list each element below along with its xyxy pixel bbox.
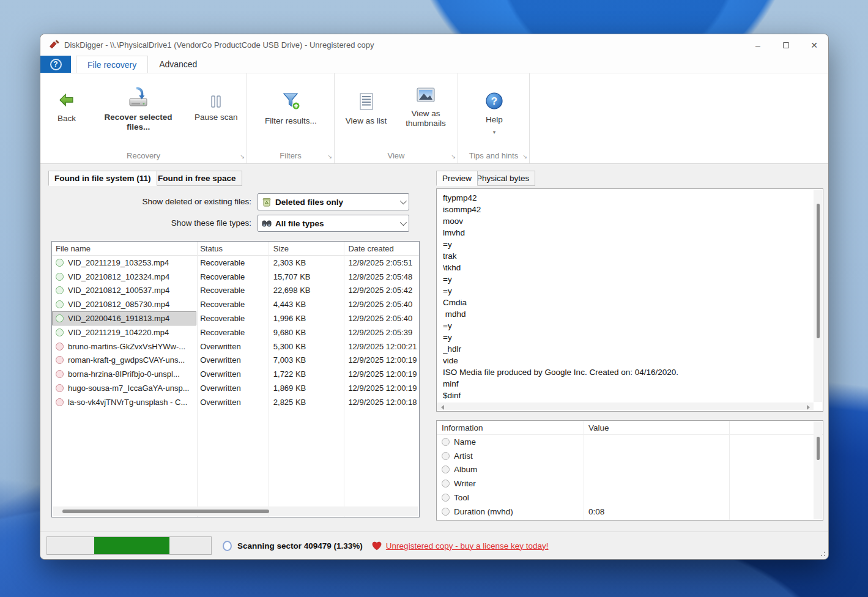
metadata-label-cell: Name: [437, 437, 584, 447]
file-name-cell[interactable]: VID_20210812_102324.mp4: [52, 270, 196, 284]
vscroll-thumb[interactable]: [817, 204, 820, 338]
file-status-icon: [56, 328, 64, 336]
preview-hscrollbar[interactable]: [437, 402, 814, 410]
table-row[interactable]: VID_20200416_191813.mp4Recoverable1,996 …: [52, 311, 419, 325]
help-button[interactable]: ? Help ▾: [467, 73, 522, 137]
file-status-icon: [56, 259, 64, 267]
table-row[interactable]: bruno-martins-GkZvxVsHYWw-...Overwritten…: [52, 339, 419, 354]
preview-vscrollbar[interactable]: [814, 190, 822, 402]
chevron-down-icon: [400, 198, 407, 204]
minimize-button[interactable]: –: [744, 35, 772, 56]
view-thumbs-label: View as thumbnails: [395, 109, 456, 128]
column-header-date[interactable]: Date created: [343, 244, 419, 253]
preview-line: =y: [443, 273, 804, 285]
table-row[interactable]: borna-hrzina-8IPrifbjo-0-unspl...Overwri…: [52, 367, 419, 381]
metadata-body: NameArtistAlbumWriterToolDuration (mvhd)…: [437, 435, 823, 519]
metadata-label-cell: Writer: [437, 479, 584, 488]
file-name-cell[interactable]: VID_20211219_104220.mp4: [52, 325, 196, 339]
close-button[interactable]: ✕: [800, 35, 828, 56]
tab-file-recovery[interactable]: File recovery: [76, 56, 148, 73]
file-size: 9,680 KB: [268, 325, 343, 339]
column-header-value[interactable]: Value: [584, 423, 729, 432]
vscroll-thumb[interactable]: [817, 437, 820, 460]
filter-results-button[interactable]: Filter results...: [253, 73, 329, 126]
column-header-information[interactable]: Information: [437, 423, 584, 432]
scroll-left-icon[interactable]: [441, 405, 444, 410]
file-name-cell[interactable]: VID_20211219_103253.mp4: [52, 256, 196, 270]
recover-label: Recover selected files...: [100, 113, 177, 132]
dialog-launcher-icon[interactable]: ↘: [451, 154, 456, 160]
file-name: VID_20211219_103253.mp4: [68, 258, 169, 267]
metadata-row[interactable]: Tool: [437, 491, 823, 505]
dialog-launcher-icon[interactable]: ↘: [522, 154, 527, 160]
hscroll-thumb[interactable]: [62, 510, 269, 513]
column-header-size[interactable]: Size: [268, 244, 343, 253]
recover-selected-files-button[interactable]: Recover selected files...: [100, 73, 177, 132]
metadata-row[interactable]: Name: [437, 435, 823, 449]
file-name-cell[interactable]: VID_20210812_100537.mp4: [52, 284, 196, 298]
table-row[interactable]: VID_20210812_100537.mp4Recoverable22,698…: [52, 284, 419, 298]
file-name: VID_20200416_191813.mp4: [68, 314, 169, 323]
preview-line: _hdlr: [443, 343, 804, 355]
file-name-cell[interactable]: hugo-sousa-m7_IccaGaYA-unsp...: [52, 381, 196, 395]
tab-found-in-free-space-label: Found in free space: [158, 174, 236, 183]
app-icon: [49, 40, 59, 50]
metadata-row[interactable]: Artist: [437, 449, 823, 463]
metadata-row[interactable]: Album: [437, 463, 823, 477]
tab-physical-bytes[interactable]: Physical bytes: [470, 171, 535, 186]
preview-line: Cmdia: [443, 297, 804, 308]
ribbon-help-button[interactable]: ?: [40, 56, 71, 73]
table-row[interactable]: VID_20211219_104220.mp4Recoverable9,680 …: [52, 325, 419, 339]
metadata-row[interactable]: Writer: [437, 476, 823, 491]
file-date: 12/9/2025 2:05:40: [343, 297, 419, 311]
view-as-thumbnails-button[interactable]: View as thumbnails: [395, 73, 456, 128]
status-bar: Scanning sector 409479 (1.33%) Unregiste…: [40, 532, 828, 559]
table-row[interactable]: la-so-vk4vjTNVrTg-unsplash - C...Overwri…: [52, 395, 419, 409]
file-name-cell[interactable]: VID_20200416_191813.mp4: [52, 311, 196, 325]
table-row[interactable]: VID_20210812_085730.mp4Recoverable4,443 …: [52, 297, 419, 311]
file-size: 22,698 KB: [268, 284, 343, 298]
column-header-file-name[interactable]: File name: [52, 244, 196, 253]
deleted-files-select[interactable]: Deleted files only: [258, 193, 409, 210]
tab-preview-label: Preview: [442, 174, 472, 183]
preview-line: =y: [443, 239, 804, 250]
metadata-vscrollbar[interactable]: [814, 421, 822, 519]
file-table-header: File name Status Size Date created: [52, 242, 419, 256]
tab-file-recovery-label: File recovery: [87, 60, 136, 70]
dialog-launcher-icon[interactable]: ↘: [327, 154, 332, 160]
tab-advanced-label: Advanced: [159, 59, 197, 69]
scan-progress-bar: [46, 536, 212, 555]
preview-line: ISO Media file produced by Google Inc. C…: [443, 366, 804, 378]
file-name-cell[interactable]: la-so-vk4vjTNVrTg-unsplash - C...: [52, 395, 196, 409]
file-table-hscrollbar[interactable]: [53, 506, 418, 516]
column-header-status[interactable]: Status: [196, 244, 268, 253]
metadata-row[interactable]: Duration (mvhd)0:08: [437, 505, 823, 519]
file-size: 1,996 KB: [268, 311, 343, 325]
buy-license-link[interactable]: Unregistered copy - buy a license key to…: [386, 541, 549, 551]
file-status-icon: [56, 384, 64, 392]
scroll-right-icon[interactable]: [807, 405, 810, 410]
file-name-cell[interactable]: VID_20210812_085730.mp4: [52, 297, 196, 311]
table-row[interactable]: VID_20210812_102324.mp4Recoverable15,707…: [52, 270, 419, 284]
tab-physical-bytes-label: Physical bytes: [477, 174, 529, 183]
file-name-cell[interactable]: roman-kraft-g_gwdpsCVAY-uns...: [52, 354, 196, 368]
tab-found-in-free-space[interactable]: Found in free space: [152, 171, 242, 186]
tab-advanced[interactable]: Advanced: [148, 56, 208, 73]
pause-scan-button[interactable]: Pause scan: [185, 73, 247, 122]
maximize-button[interactable]: [772, 35, 800, 56]
back-button[interactable]: Back: [45, 73, 88, 124]
tab-preview[interactable]: Preview: [436, 171, 478, 186]
file-types-select[interactable]: All file types: [258, 215, 409, 232]
tab-found-in-file-system[interactable]: Found in file system (11): [48, 171, 157, 186]
help-dropdown-icon[interactable]: ▾: [493, 127, 496, 137]
table-row[interactable]: VID_20211219_103253.mp4Recoverable2,303 …: [52, 256, 419, 270]
view-as-list-button[interactable]: View as list: [337, 73, 395, 126]
ribbon-group-view: View as list View as thumbnails View ↘: [335, 73, 458, 163]
file-name-cell[interactable]: borna-hrzina-8IPrifbjo-0-unspl...: [52, 367, 196, 381]
resize-grip[interactable]: [820, 551, 826, 557]
table-row[interactable]: hugo-sousa-m7_IccaGaYA-unsp...Overwritte…: [52, 381, 419, 395]
table-row[interactable]: roman-kraft-g_gwdpsCVAY-uns...Overwritte…: [52, 354, 419, 368]
metadata-value: 0:08: [584, 507, 729, 516]
file-name-cell[interactable]: bruno-martins-GkZvxVsHYWw-...: [52, 339, 196, 354]
dialog-launcher-icon[interactable]: ↘: [240, 154, 245, 160]
